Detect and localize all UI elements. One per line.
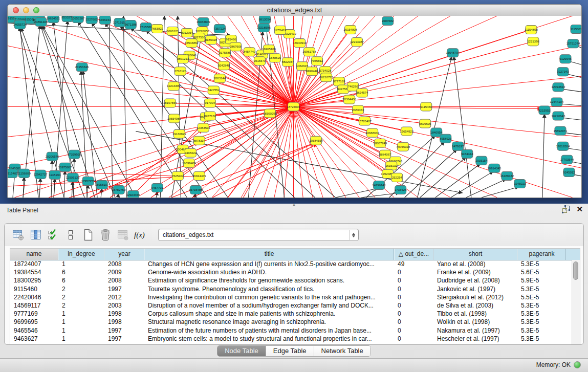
graph-node-yellow[interactable]: 20364436 [342, 95, 356, 104]
graph-node-yellow[interactable]: 16154808 [343, 26, 357, 34]
graph-node-teal[interactable]: 10653287 [71, 16, 85, 23]
graph-node-teal[interactable]: 17703544 [560, 155, 574, 164]
graph-node-teal[interactable]: 1115307 [571, 25, 581, 34]
table-settings-icon[interactable] [12, 228, 25, 242]
graph-node-teal[interactable]: 16033809 [197, 18, 210, 27]
graph-node-yellow[interactable]: 1588520 [269, 54, 281, 62]
graph-node-yellow[interactable]: 1255419 [274, 26, 287, 35]
graph-node-teal[interactable]: 15751074 [567, 39, 580, 48]
graph-node-yellow[interactable]: 16961758 [302, 48, 316, 56]
graph-node-hub[interactable]: 18724007 [287, 102, 300, 111]
graph-node-teal[interactable]: 14055724 [13, 20, 27, 29]
graph-node-yellow[interactable]: 252254 [391, 173, 403, 182]
graph-node-teal[interactable]: 12505135 [66, 173, 80, 182]
graph-node-teal[interactable]: 16958107 [95, 180, 109, 189]
graph-node-yellow[interactable]: 9699695 [419, 119, 431, 128]
table-row[interactable]: 1872400712008Changes of HCN gene express… [10, 260, 572, 268]
graph-node-yellow[interactable]: 18107554 [163, 99, 177, 107]
graph-node-yellow[interactable]: 7663822 [151, 25, 164, 33]
graph-node-teal[interactable]: 1527602 [85, 16, 98, 24]
graph-node-teal[interactable]: 9227343 [557, 68, 569, 76]
table-row[interactable]: 2242004622012Investigating the contribut… [10, 293, 572, 301]
graph-node-teal[interactable]: 20891406 [34, 18, 48, 27]
graph-node-teal[interactable]: 10634531 [47, 16, 60, 23]
graph-node-yellow[interactable]: 19654923 [400, 127, 413, 136]
graph-node-teal[interactable]: 8958923 [440, 134, 452, 143]
rows-stack-icon[interactable] [64, 228, 77, 242]
graph-node-yellow[interactable]: 2867608 [230, 42, 242, 51]
graph-node-yellow[interactable]: 19166829 [172, 129, 186, 138]
graph-node-teal[interactable]: 12093822 [552, 83, 565, 92]
scrollbar-thumb[interactable] [573, 261, 578, 280]
column-header-short[interactable]: short [433, 249, 517, 260]
graph-node-teal[interactable]: 16648794 [446, 49, 460, 57]
graph-node-yellow[interactable]: 9115460 [420, 102, 432, 111]
table-row[interactable]: 977716911998Corpus callosum shape and si… [10, 310, 572, 318]
graph-node-yellow[interactable]: 9801213 [177, 55, 189, 63]
graph-node-teal[interactable]: 20153346 [75, 63, 89, 72]
graph-node-yellow[interactable]: 9498222 [185, 148, 197, 157]
graph-node-yellow[interactable]: 9618371 [254, 57, 266, 65]
graph-node-teal[interactable]: 12444194 [550, 98, 564, 106]
graph-node-teal[interactable]: 9245023 [514, 179, 526, 188]
graph-node-teal[interactable]: 9671388 [125, 20, 137, 29]
table-row[interactable]: 1456911722003Disruption of a novel membe… [10, 301, 572, 310]
graph-node-teal[interactable]: 6466161 [99, 16, 112, 25]
select-checks-icon[interactable] [47, 228, 60, 242]
table-row[interactable]: 1938455462009Genome-wide association stu… [10, 268, 572, 276]
graph-node-yellow[interactable]: 9990448 [306, 67, 318, 76]
graph-node-yellow[interactable]: 19654985 [167, 114, 181, 123]
graph-node-yellow[interactable]: 18807249 [373, 139, 387, 147]
graph-node-teal[interactable]: 8813054 [259, 16, 271, 24]
graph-node-yellow[interactable]: 8660123 [167, 27, 179, 36]
graph-node-teal[interactable]: 8215953 [538, 106, 551, 115]
graph-node-yellow[interactable]: 8912954 [181, 29, 193, 37]
graph-node-yellow[interactable]: 8427552 [208, 86, 220, 95]
graph-node-teal[interactable]: 1733426 [395, 185, 407, 194]
table-row[interactable]: 911546021997Tourette syndrome. Phenomeno… [10, 285, 572, 293]
table-row[interactable]: 1830029562008Estimation of significance … [10, 276, 572, 285]
graph-node-teal[interactable]: 16210643 [552, 112, 565, 120]
graph-node-teal[interactable]: 10914345 [488, 164, 502, 172]
graph-node-teal[interactable]: 2687682 [382, 17, 394, 26]
graph-node-yellow[interactable]: 2803144 [214, 74, 226, 83]
graph-node-yellow[interactable]: 12353594 [197, 123, 210, 132]
graph-node-teal[interactable]: 30975887 [58, 163, 72, 171]
graph-node-yellow[interactable]: 8186328 [205, 36, 217, 45]
graph-node-teal[interactable]: 11156809 [17, 169, 31, 178]
table-vertical-scrollbar[interactable] [572, 260, 580, 344]
table-row[interactable]: 946554611997Estimation of the future num… [10, 326, 572, 335]
graph-node-teal[interactable]: 9474444 [461, 149, 473, 158]
graph-node-teal[interactable]: 12942737 [34, 170, 48, 179]
column-header-year[interactable]: year [104, 249, 144, 260]
graph-node-teal[interactable]: 15892971 [554, 126, 568, 135]
graph-node-teal[interactable]: 15716485 [189, 185, 203, 194]
graph-node-teal[interactable]: 16782759 [112, 185, 126, 194]
column-header-name[interactable]: name [10, 249, 58, 260]
graph-node-yellow[interactable]: 917004 [204, 99, 215, 107]
graph-node-yellow[interactable]: 16543862 [185, 39, 199, 48]
graph-node-yellow[interactable]: 1221398 [527, 37, 539, 46]
graph-node-yellow[interactable]: 2386372 [352, 105, 364, 114]
graph-node-yellow[interactable]: 7955812 [311, 57, 323, 65]
graph-node-teal[interactable]: 3915400 [8, 169, 18, 178]
graph-node-yellow[interactable]: 15720407 [358, 117, 372, 125]
tab-node-table[interactable]: Node Table [217, 346, 266, 356]
graph-node-teal[interactable]: 17016504 [556, 142, 570, 150]
graph-node-teal[interactable]: 17957255 [81, 177, 95, 185]
graph-node-yellow[interactable]: 12213389 [167, 82, 181, 91]
graph-node-yellow[interactable]: 18300295 [263, 109, 277, 118]
graph-node-yellow[interactable]: 1615132 [385, 161, 398, 170]
graph-node-teal[interactable]: 7357224 [214, 25, 226, 33]
graph-node-teal[interactable]: 16189432 [500, 171, 514, 180]
graph-node-yellow[interactable]: 10688639 [365, 128, 379, 137]
table-disabled-icon[interactable] [116, 228, 129, 242]
graph-node-teal[interactable]: 20206576 [46, 152, 59, 161]
function-fx-icon[interactable]: f(x) [134, 228, 147, 242]
graph-node-yellow[interactable]: 3624574 [356, 89, 368, 97]
column-header-indegree[interactable]: in_degree [58, 249, 104, 260]
network-svg[interactable]: 2091517471558649350981162797241063453185… [8, 16, 581, 198]
graph-node-teal[interactable]: 17359928 [68, 150, 81, 159]
float-window-icon[interactable] [562, 205, 570, 213]
table-row[interactable]: 946362711997Embryonic stem cells: a mode… [10, 335, 572, 343]
